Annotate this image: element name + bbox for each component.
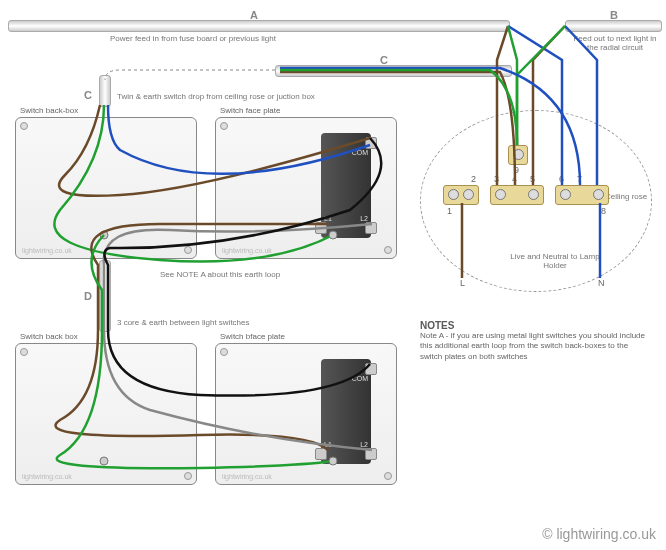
- terminal-com: [365, 137, 377, 149]
- terminal-com-label: COM: [352, 149, 368, 156]
- switch2-back-label: Switch back box: [20, 332, 78, 341]
- terminal-com-2: [365, 363, 377, 375]
- rose-num-6: 6: [559, 174, 564, 184]
- switch2-face-label: Switch bface plate: [220, 332, 285, 341]
- copyright: © lightwiring.co.uk: [542, 526, 656, 542]
- note-earth-loop: See NOTE A about this earth loop: [160, 270, 280, 279]
- rose-N: N: [598, 278, 605, 288]
- cable-d-label: 3 core & earth between light switches: [117, 318, 250, 327]
- rose-term-3-5: [490, 185, 544, 205]
- rose-num-7: 7: [577, 174, 582, 184]
- watermark-1: lightwiring.co.uk: [22, 247, 72, 254]
- cable-b-letter: B: [610, 9, 618, 21]
- rose-num-1: 1: [447, 206, 452, 216]
- rose-num-5: 5: [530, 174, 535, 184]
- terminal-l2: [365, 222, 377, 234]
- rose-num-4: 4: [512, 174, 517, 184]
- terminal-com-label-2: COM: [352, 375, 368, 382]
- cable-d-letter: D: [84, 290, 92, 302]
- switch1-back-box: Switch back-box lightwiring.co.uk: [15, 117, 197, 259]
- switch2-face-plate: Switch bface plate COM L1 L2 lightwiring…: [215, 343, 397, 485]
- switch1-face-label: Switch face plate: [220, 106, 280, 115]
- cable-a-label: Power feed in from fuse board or previou…: [110, 34, 276, 43]
- cable-a: [8, 20, 510, 32]
- cable-d: [99, 260, 111, 332]
- terminal-l1: [315, 222, 327, 234]
- cable-c-v: [99, 75, 111, 107]
- ceiling-rose-label: Ceiling rose: [605, 192, 647, 201]
- cable-c-h: [275, 65, 512, 77]
- cable-c-letter2: C: [84, 89, 92, 101]
- notes-heading: NOTES: [420, 320, 650, 331]
- cable-b: [565, 20, 662, 32]
- lamp-holder-label: Live and Neutral to Lamp Holder: [510, 252, 600, 270]
- rose-term-9: [508, 145, 528, 165]
- terminal-l1-label: L1: [324, 215, 332, 222]
- terminal-l1-label-2: L1: [324, 441, 332, 448]
- notes-block: NOTES Note A - if you are using metal li…: [420, 320, 650, 362]
- switch2-mechanism: COM L1 L2: [321, 359, 371, 464]
- terminal-l2-label: L2: [360, 215, 368, 222]
- cable-a-letter: A: [250, 9, 258, 21]
- terminal-l2-label-2: L2: [360, 441, 368, 448]
- rose-L: L: [460, 278, 465, 288]
- rose-term-1-2: [443, 185, 479, 205]
- switch1-back-label: Switch back-box: [20, 106, 78, 115]
- cable-b-label: Feed out to next light in the radial cir…: [570, 34, 660, 52]
- rose-num-3: 3: [494, 174, 499, 184]
- rose-term-6-8: [555, 185, 609, 205]
- watermark-2: lightwiring.co.uk: [222, 247, 272, 254]
- watermark-4: lightwiring.co.uk: [222, 473, 272, 480]
- cable-c-label: Twin & earth switch drop from ceiling ro…: [117, 92, 315, 101]
- switch1-face-plate: Switch face plate COM L1 L2 lightwiring.…: [215, 117, 397, 259]
- watermark-3: lightwiring.co.uk: [22, 473, 72, 480]
- switch2-back-box: Switch back box lightwiring.co.uk: [15, 343, 197, 485]
- cable-c-letter: C: [380, 54, 388, 66]
- terminal-l1-2: [315, 448, 327, 460]
- terminal-l2-2: [365, 448, 377, 460]
- note-a-text: Note A - if you are using metal light sw…: [420, 331, 650, 362]
- rose-num-2: 2: [471, 174, 476, 184]
- rose-num-8: 8: [601, 206, 606, 216]
- switch1-mechanism: COM L1 L2: [321, 133, 371, 238]
